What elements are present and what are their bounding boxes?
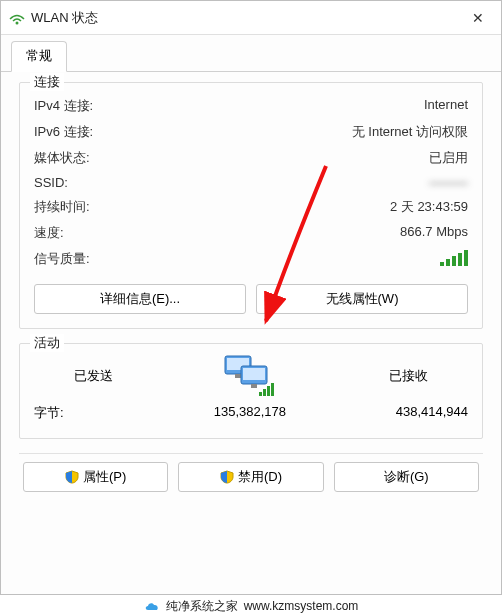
content-pane: 连接 IPv4 连接: Internet IPv6 连接: 无 Internet…	[1, 72, 501, 506]
watermark: 纯净系统之家 www.kzmsystem.com	[0, 595, 502, 615]
tab-bar: 常规	[1, 35, 501, 72]
activity-labels: 已发送 已接收	[34, 354, 468, 398]
recv-bytes-value: 438,414,944	[286, 404, 468, 422]
recv-label: 已接收	[389, 367, 428, 385]
speed-value: 866.7 Mbps	[400, 224, 468, 242]
diagnose-button-label: 诊断(G)	[384, 468, 429, 486]
connection-group-label: 连接	[30, 73, 64, 91]
diagnose-button[interactable]: 诊断(G)	[334, 462, 479, 492]
ipv4-row: IPv4 连接: Internet	[34, 93, 468, 119]
duration-value: 2 天 23:43:59	[390, 198, 468, 216]
shield-icon	[220, 470, 234, 484]
svg-rect-5	[243, 368, 265, 380]
sent-label: 已发送	[74, 367, 113, 385]
connection-group: 连接 IPv4 连接: Internet IPv6 连接: 无 Internet…	[19, 82, 483, 329]
ipv6-value: 无 Internet 访问权限	[352, 123, 468, 141]
activity-group: 活动 已发送	[19, 343, 483, 439]
watermark-text1: 纯净系统之家	[166, 598, 238, 615]
wlan-status-window: WLAN 状态 ✕ 常规 连接 IPv4 连接: Internet IPv6 连…	[0, 0, 502, 595]
media-row: 媒体状态: 已启用	[34, 145, 468, 171]
signal-label: 信号质量:	[34, 250, 90, 268]
activity-group-label: 活动	[30, 334, 64, 352]
watermark-text2: www.kzmsystem.com	[244, 599, 359, 613]
duration-row: 持续时间: 2 天 23:43:59	[34, 194, 468, 220]
shield-icon	[65, 470, 79, 484]
properties-button-label: 属性(P)	[83, 468, 126, 486]
separator	[19, 453, 483, 454]
ipv4-value: Internet	[424, 97, 468, 115]
signal-row: 信号质量:	[34, 246, 468, 272]
properties-button[interactable]: 属性(P)	[23, 462, 168, 492]
disable-button[interactable]: 禁用(D)	[178, 462, 323, 492]
duration-label: 持续时间:	[34, 198, 90, 216]
connection-buttons: 详细信息(E)... 无线属性(W)	[34, 284, 468, 314]
svg-rect-6	[251, 384, 257, 388]
ssid-label: SSID:	[34, 175, 68, 190]
ipv6-label: IPv6 连接:	[34, 123, 93, 141]
cloud-icon	[144, 600, 160, 612]
ipv6-row: IPv6 连接: 无 Internet 访问权限	[34, 119, 468, 145]
svg-rect-3	[235, 374, 241, 378]
close-button[interactable]: ✕	[463, 6, 493, 30]
svg-rect-8	[263, 389, 266, 396]
ipv4-label: IPv4 连接:	[34, 97, 93, 115]
media-label: 媒体状态:	[34, 149, 90, 167]
details-button[interactable]: 详细信息(E)...	[34, 284, 246, 314]
ssid-value: ———	[429, 175, 468, 190]
computers-icon	[223, 354, 279, 398]
sent-bytes-value: 135,382,178	[104, 404, 286, 422]
bottom-buttons: 属性(P) 禁用(D) 诊断(G)	[19, 462, 483, 492]
speed-label: 速度:	[34, 224, 64, 242]
speed-row: 速度: 866.7 Mbps	[34, 220, 468, 246]
tab-general[interactable]: 常规	[11, 41, 67, 72]
window-title: WLAN 状态	[31, 9, 463, 27]
activity-bytes-row: 字节: 135,382,178 438,414,944	[34, 398, 468, 424]
bytes-label: 字节:	[34, 404, 104, 422]
svg-rect-7	[259, 392, 262, 396]
wireless-properties-button[interactable]: 无线属性(W)	[256, 284, 468, 314]
media-value: 已启用	[429, 149, 468, 167]
wifi-icon	[9, 10, 25, 26]
svg-rect-9	[267, 386, 270, 396]
titlebar: WLAN 状态 ✕	[1, 1, 501, 35]
ssid-row: SSID: ———	[34, 171, 468, 194]
svg-rect-10	[271, 383, 274, 396]
disable-button-label: 禁用(D)	[238, 468, 282, 486]
signal-bars-icon	[440, 250, 468, 268]
svg-point-0	[16, 21, 19, 24]
